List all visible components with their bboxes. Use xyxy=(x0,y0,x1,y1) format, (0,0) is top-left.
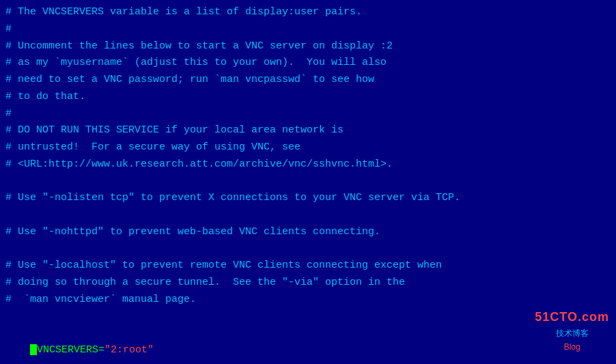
watermark-subtitle: 技术博客 xyxy=(535,327,609,341)
line-2: # xyxy=(5,21,611,38)
line-17: # doing so through a secure tunnel. See … xyxy=(5,275,611,292)
line-7: # xyxy=(5,106,611,123)
line-4: # as my `myusername` (adjust this to you… xyxy=(5,55,611,72)
line-1: # The VNCSERVERS variable is a list of d… xyxy=(5,4,611,21)
line-10: # <URL:http://www.uk.research.att.com/ar… xyxy=(5,156,611,173)
watermark-logo: 51CTO.com xyxy=(535,307,609,328)
line-14: # Use "-nohttpd" to prevent web-based VN… xyxy=(5,224,611,241)
line-15 xyxy=(5,241,611,258)
watermark-blog: Blog xyxy=(535,341,609,354)
line-3: # Uncomment the lines below to start a V… xyxy=(5,38,611,55)
vncservers-prefix: VNCSERVERS= xyxy=(37,344,104,356)
line-8: # DO NOT RUN THIS SERVICE if your local … xyxy=(5,122,611,139)
line-18: # `man vncviewer` manual page. xyxy=(5,292,611,309)
line-16: # Use "-localhost" to prevent remote VNC… xyxy=(5,257,611,275)
vncservers-value: "2:root" xyxy=(104,344,154,356)
line-5: # need to set a VNC password; run `man v… xyxy=(5,72,611,89)
line-19 xyxy=(5,309,611,326)
line-vncservers: VNCSERVERS="2:root" xyxy=(5,325,611,364)
line-13 xyxy=(5,207,611,224)
watermark: 51CTO.com 技术博客 Blog xyxy=(535,307,609,354)
line-9: # untrusted! For a secure way of using V… xyxy=(5,139,611,156)
line-6: # to do that. xyxy=(5,89,611,106)
cursor xyxy=(30,344,37,355)
terminal-window: # The VNCSERVERS variable is a list of d… xyxy=(0,0,616,364)
line-11 xyxy=(5,173,611,191)
line-12: # Use "-nolisten tcp" to prevent X conne… xyxy=(5,190,611,207)
